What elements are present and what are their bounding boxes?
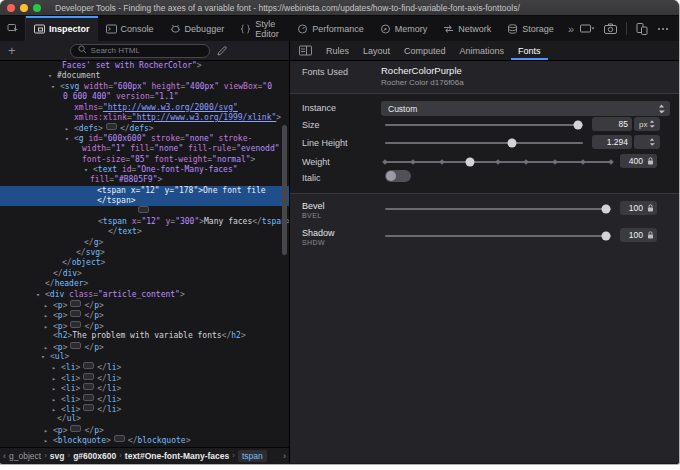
markup-line[interactable]: </div> <box>0 269 289 279</box>
weight-slider-thumb[interactable] <box>465 158 474 167</box>
inline-expander[interactable] <box>83 394 94 401</box>
twisty-icon[interactable]: ▸ <box>44 322 53 332</box>
markup-line[interactable]: <tspan x="12" y="300">Many faces</tspan> <box>0 217 289 227</box>
markup-line[interactable]: </ul> <box>0 414 289 424</box>
markup-line[interactable]: ▸<li></li> <box>0 383 289 393</box>
markup-line[interactable]: ▾<text id="One-font-Many-faces" <box>0 165 289 175</box>
markup-line[interactable]: ▸<p></p> <box>0 425 289 435</box>
twisty-icon[interactable]: ▾ <box>51 82 60 92</box>
shadow-value-input[interactable]: 100 <box>620 228 657 242</box>
markup-line[interactable]: </text> <box>0 227 289 237</box>
twisty-icon[interactable]: ▸ <box>44 436 53 446</box>
markup-line[interactable]: xmlns="http://www.w3.org/2000/svg" <box>0 103 289 113</box>
markup-line[interactable]: ▸<p></p> <box>0 310 289 320</box>
tab-memory[interactable]: Memory <box>372 16 436 41</box>
markup-line[interactable]: ▸<defs></defs> <box>0 123 289 133</box>
element-picker-button[interactable] <box>0 16 26 41</box>
shadow-slider-thumb[interactable] <box>602 232 611 241</box>
responsive-mode-icon[interactable] <box>636 23 648 35</box>
markup-line[interactable]: xmlns:xlink="http://www.w3.org/1999/xlin… <box>0 113 289 123</box>
weight-value-input[interactable]: 400 <box>620 154 657 168</box>
eyedropper-icon[interactable] <box>217 46 227 56</box>
bevel-value-input[interactable]: 100 <box>620 201 657 215</box>
tab-storage[interactable]: Storage <box>499 16 562 41</box>
markup-view[interactable]: Faces' set with RocherColor">▾#document▾… <box>0 61 289 447</box>
tab-network[interactable]: Network <box>435 16 499 41</box>
breadcrumb-scroll-right[interactable]: › <box>283 451 286 461</box>
breadcrumb-item[interactable]: svg <box>50 451 65 461</box>
markup-line[interactable]: </tspan> <box>0 196 289 206</box>
breadcrumb-item[interactable]: g_object <box>9 451 41 461</box>
italic-toggle[interactable] <box>385 170 411 182</box>
markup-line[interactable]: fill="#B805F9"> <box>0 175 289 185</box>
markup-line[interactable]: </g> <box>0 238 289 248</box>
inline-expander[interactable] <box>83 362 94 369</box>
bevel-slider-thumb[interactable] <box>602 205 611 214</box>
inline-expander[interactable] <box>70 342 81 349</box>
markup-line[interactable]: </svg> <box>0 248 289 258</box>
zoom-button[interactable] <box>33 4 41 12</box>
line-height-value-input[interactable]: 1.294 <box>592 135 632 149</box>
sidebar-tab-fonts[interactable]: Fonts <box>511 41 548 60</box>
markup-scrollbar[interactable] <box>282 125 287 255</box>
breadcrumb-item[interactable]: g#600x600 <box>73 451 116 461</box>
sidebar-tab-layout[interactable]: Layout <box>356 41 397 60</box>
screenshot-icon[interactable] <box>604 23 617 34</box>
markup-line[interactable]: ▸<li></li> <box>0 404 289 414</box>
inline-expander[interactable] <box>83 383 94 390</box>
line-height-slider[interactable] <box>385 142 583 144</box>
markup-line[interactable]: ▾#document <box>0 71 289 81</box>
shadow-slider[interactable] <box>385 235 611 237</box>
bevel-slider[interactable] <box>385 208 611 210</box>
size-slider-thumb[interactable] <box>574 121 583 130</box>
markup-line[interactable]: ▸<blockquote></blockquote> <box>0 435 289 445</box>
twisty-icon[interactable]: ▾ <box>41 352 50 362</box>
tab-debugger[interactable]: Debugger <box>162 16 233 41</box>
menu-dots-icon[interactable] <box>657 27 669 31</box>
tab-style-editor[interactable]: Style Editor <box>232 16 289 41</box>
markup-line[interactable]: 0 600 400" version="1.1" <box>0 92 289 102</box>
markup-line[interactable]: ▸<li></li> <box>0 362 289 372</box>
size-slider[interactable] <box>385 124 583 126</box>
breadcrumb-item[interactable]: tspan <box>238 450 267 462</box>
markup-line[interactable]: ▸<li></li> <box>0 394 289 404</box>
weight-slider[interactable] <box>385 161 611 163</box>
twisty-icon[interactable]: ▾ <box>36 290 45 300</box>
twisty-icon[interactable]: ▾ <box>48 71 57 81</box>
markup-line[interactable]: </header> <box>0 279 289 289</box>
twisty-icon[interactable]: ▾ <box>65 134 74 144</box>
markup-line[interactable]: </object> <box>0 258 289 268</box>
markup-line[interactable]: font-size="85" font-weight="normal"> <box>0 155 289 165</box>
inline-expander[interactable] <box>70 321 81 328</box>
iframe-picker-icon[interactable] <box>580 23 595 34</box>
size-unit-select[interactable]: px <box>634 117 660 131</box>
tab-console[interactable]: Console <box>98 16 162 41</box>
inline-expander[interactable] <box>114 435 125 442</box>
sidebar-tab-rules[interactable]: Rules <box>319 41 356 60</box>
markup-line[interactable]: <tspan x="12" y="178">One font file <box>0 186 289 196</box>
twisty-icon[interactable]: ▸ <box>52 384 61 394</box>
twisty-icon[interactable]: ▾ <box>84 165 93 175</box>
inline-expander[interactable] <box>83 404 94 411</box>
tab-overflow-button[interactable]: » <box>562 16 580 41</box>
size-value-input[interactable]: 85 <box>592 117 632 131</box>
markup-line[interactable]: <h2>The problem with variable fonts</h2> <box>0 331 289 341</box>
markup-line[interactable]: width="1" fill="none" fill-rule="evenodd… <box>0 144 289 154</box>
inline-expander[interactable] <box>70 425 81 432</box>
close-button[interactable] <box>7 4 15 12</box>
line-height-slider-thumb[interactable] <box>507 139 516 148</box>
inline-expander[interactable] <box>70 310 81 317</box>
minimize-button[interactable] <box>20 4 28 12</box>
markup-line[interactable] <box>0 206 289 216</box>
markup-line[interactable]: ▸<p></p> <box>0 321 289 331</box>
instance-select[interactable]: Custom <box>381 101 670 116</box>
inline-expander[interactable] <box>70 300 81 307</box>
markup-line[interactable]: ▾<g id="600x600" stroke="none" stroke- <box>0 134 289 144</box>
tab-inspector[interactable]: Inspector <box>26 16 98 41</box>
markup-line[interactable]: ▸<p></p> <box>0 300 289 310</box>
markup-line[interactable]: ▾<div class="article_content"> <box>0 290 289 300</box>
tab-performance[interactable]: Performance <box>289 16 372 41</box>
sidebar-tab-computed[interactable]: Computed <box>397 41 453 60</box>
markup-line[interactable]: Faces' set with RocherColor"> <box>0 61 289 71</box>
line-height-unit-select[interactable] <box>634 135 660 149</box>
